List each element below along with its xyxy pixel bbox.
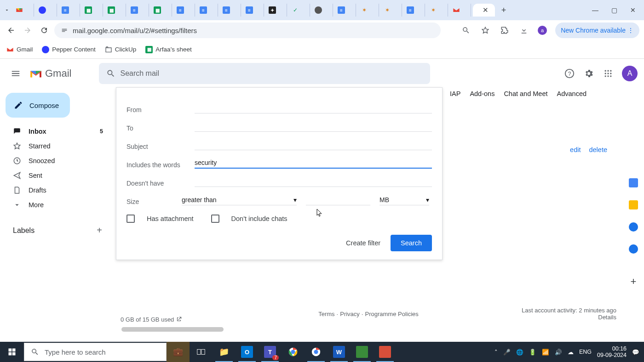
new-tab-button[interactable]: + <box>497 6 511 15</box>
tab-addons[interactable]: Add-ons <box>470 90 494 104</box>
close-tab-icon[interactable]: ✕ <box>483 6 489 14</box>
filter-delete-link[interactable]: delete <box>589 146 607 153</box>
tab-doc-6[interactable]: ≡ <box>243 4 264 17</box>
window-maximize[interactable]: ▢ <box>611 6 617 14</box>
chrome-update-button[interactable]: New Chrome available ⋮ <box>555 23 639 38</box>
tab-claude-3[interactable]: ✶ <box>427 4 448 17</box>
taskbar-search[interactable]: Type here to search <box>24 343 167 361</box>
tab-doc-2[interactable]: ≡ <box>128 4 149 17</box>
bookmark-clickup[interactable]: ClickUp <box>105 46 137 53</box>
taskbar-chrome-2[interactable] <box>305 342 328 362</box>
tab-imap[interactable]: IAP <box>450 90 460 104</box>
reload-button[interactable] <box>38 24 51 37</box>
sidebar-snoozed[interactable]: Snoozed <box>4 153 110 168</box>
to-input[interactable] <box>195 121 432 132</box>
bookmark-pepper[interactable]: Pepper Content <box>42 46 96 53</box>
size-unit-select[interactable]: MB▾ <box>380 194 429 205</box>
tab-advanced[interactable]: Advanced <box>557 90 587 104</box>
tray-globe-icon[interactable]: 🌐 <box>516 349 523 356</box>
gmail-logo[interactable]: Gmail <box>29 68 71 79</box>
tab-chat-meet[interactable]: Chat and Meet <box>504 90 547 104</box>
tab-other-2[interactable]: ✓ <box>289 4 310 17</box>
forward-button[interactable] <box>21 24 34 37</box>
taskbar-teams[interactable]: T 7 <box>259 342 282 362</box>
tray-onedrive-icon[interactable]: ☁ <box>568 349 574 356</box>
tray-notifications-icon[interactable]: 💬 <box>632 349 639 356</box>
get-addons-icon[interactable]: + <box>631 276 637 288</box>
privacy-link[interactable]: Privacy <box>340 311 360 317</box>
tab-doc-4[interactable]: ≡ <box>197 4 218 17</box>
taskbar-word[interactable]: W <box>328 342 351 362</box>
sidebar-inbox[interactable]: Inbox 5 <box>4 124 110 139</box>
profile-small-avatar[interactable]: a <box>538 26 547 35</box>
tasks-addon-icon[interactable] <box>629 222 638 232</box>
tab-doc-5[interactable]: ≡ <box>220 4 241 17</box>
filter-search-button[interactable]: Search <box>391 235 432 251</box>
doesnt-have-input[interactable] <box>195 176 432 187</box>
address-bar[interactable]: mail.google.com/mail/u/2/#settings/filte… <box>54 23 441 38</box>
contacts-addon-icon[interactable] <box>629 244 638 254</box>
add-label-icon[interactable]: + <box>97 225 102 236</box>
includes-input[interactable] <box>195 158 432 169</box>
bookmark-arfaa[interactable]: ▦Arfaa's sheet <box>145 46 191 53</box>
help-icon[interactable]: ? <box>564 68 575 79</box>
tray-overflow-icon[interactable]: ˄ <box>494 349 498 356</box>
tab-gmail-2[interactable] <box>450 4 471 17</box>
window-minimize[interactable]: — <box>592 6 598 14</box>
window-close[interactable]: ✕ <box>630 6 636 14</box>
filter-edit-link[interactable]: edit <box>570 146 581 153</box>
compose-button[interactable]: Compose <box>6 93 70 118</box>
main-menu-icon[interactable] <box>6 64 25 83</box>
tab-claude-1[interactable]: ✶ <box>358 4 379 17</box>
tab-active[interactable]: ✕ <box>473 4 495 17</box>
taskbar-clock[interactable]: 00:16 09-09-2024 <box>597 345 627 359</box>
apps-grid-icon[interactable] <box>603 68 614 79</box>
tab-doc-3[interactable]: ≡ <box>174 4 195 17</box>
taskbar-outlook[interactable]: O <box>236 342 259 362</box>
url-search-icon[interactable] <box>460 25 472 36</box>
tray-wifi-icon[interactable]: 📶 <box>542 349 549 356</box>
details-link[interactable]: Details <box>522 314 616 321</box>
no-chats-checkbox[interactable] <box>211 215 219 223</box>
search-mail-box[interactable]: Search mail <box>99 63 430 84</box>
has-attachment-checkbox[interactable] <box>126 215 135 223</box>
sidebar-more[interactable]: More <box>4 198 110 212</box>
tab-doc-8[interactable]: ≡ <box>404 4 425 17</box>
tray-language[interactable]: ENG <box>579 349 592 355</box>
tab-doc-1[interactable]: ≡ <box>59 4 80 17</box>
subject-input[interactable] <box>195 139 432 150</box>
extensions-icon[interactable] <box>499 25 510 36</box>
tab-pepper[interactable] <box>36 4 57 17</box>
keep-addon-icon[interactable] <box>629 200 638 209</box>
sidebar-starred[interactable]: Starred <box>4 139 110 153</box>
bookmark-star-icon[interactable] <box>480 25 491 36</box>
tray-mic-icon[interactable]: 🎤 <box>503 349 511 356</box>
tab-sheet-1[interactable]: ▦ <box>82 4 103 17</box>
tab-other-1[interactable]: ✦ <box>266 4 287 17</box>
taskbar-camtasia-2[interactable] <box>374 342 397 362</box>
downloads-icon[interactable] <box>518 25 529 36</box>
terms-link[interactable]: Terms <box>318 311 334 317</box>
settings-gear-icon[interactable] <box>583 68 594 79</box>
start-button[interactable] <box>0 342 24 362</box>
size-operator-select[interactable]: greater than▾ <box>182 194 297 205</box>
tab-doc-7[interactable]: ≡ <box>335 4 356 17</box>
tabs-dropdown-icon[interactable] <box>3 6 11 14</box>
tab-sheet-3[interactable]: ▦ <box>151 4 172 17</box>
taskbar-briefcase[interactable]: 💼 <box>167 342 190 362</box>
sidebar-drafts[interactable]: Drafts <box>4 183 110 198</box>
sidebar-sent[interactable]: Sent <box>4 168 110 183</box>
tab-gmail[interactable] <box>13 4 34 17</box>
tray-volume-icon[interactable]: 🔊 <box>555 349 562 356</box>
account-avatar[interactable]: A <box>622 66 638 81</box>
taskbar-taskview[interactable] <box>190 342 213 362</box>
policies-link[interactable]: Programme Policies <box>365 311 418 317</box>
bookmark-gmail[interactable]: Gmail <box>6 46 33 53</box>
taskbar-chrome-1[interactable] <box>282 342 305 362</box>
calendar-addon-icon[interactable] <box>629 178 638 187</box>
taskbar-camtasia-1[interactable] <box>351 342 374 362</box>
back-button[interactable] <box>5 24 17 37</box>
size-value-input[interactable] <box>306 194 370 205</box>
tab-sheet-2[interactable]: ▦ <box>105 4 126 17</box>
tab-claude-2[interactable]: ✶ <box>381 4 402 17</box>
